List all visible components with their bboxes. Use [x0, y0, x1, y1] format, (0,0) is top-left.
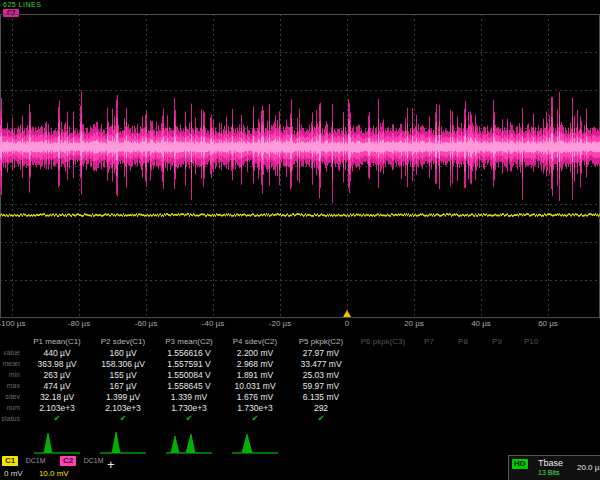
axis-label: -40 µs: [202, 319, 224, 328]
resolution-bits: 13 Bits: [538, 469, 559, 476]
meas-value: 474 µV: [24, 381, 90, 391]
meas-value: 292: [288, 403, 354, 413]
meas-value: 263 µV: [24, 370, 90, 380]
timebase-label: Tbase: [538, 458, 563, 468]
c2-tag[interactable]: C2: [60, 456, 76, 466]
meas-value: 1.556616 V: [156, 348, 222, 358]
c1-vertical-scale: 10.0 mV: [39, 469, 69, 478]
meas-value: 10.031 mV: [222, 381, 288, 391]
axis-label: 20 µs: [404, 319, 424, 328]
meas-header-p4[interactable]: P4 sdev(C2): [222, 337, 288, 346]
histicon-p3: [164, 430, 214, 454]
meas-header-p2[interactable]: P2 sdev(C1): [90, 337, 156, 346]
meas-value: 167 µV: [90, 381, 156, 391]
timebase-descriptor[interactable]: HD Tbase 13 Bits 20.0 µs: [508, 455, 600, 480]
meas-value: 160 µV: [90, 348, 156, 358]
meas-value: 2.200 mV: [222, 348, 288, 358]
meas-row-label: max: [0, 382, 24, 389]
axis-label: 60 µs: [538, 319, 558, 328]
meas-value: 155 µV: [90, 370, 156, 380]
axis-label-zero: 0: [345, 319, 349, 328]
axis-label: -100 µs: [0, 319, 25, 328]
meas-value: 1.550084 V: [156, 370, 222, 380]
meas-status-check: ✔: [222, 414, 288, 423]
meas-header-p3[interactable]: P3 mean(C2): [156, 337, 222, 346]
meas-header-p1[interactable]: P1 mean(C1): [24, 337, 90, 346]
timebase-scale: 20.0 µs: [577, 463, 600, 472]
meas-row-label: value: [0, 349, 24, 356]
meas-value: 1.557591 V: [156, 359, 222, 369]
trigger-lines-status: 625 LINES: [3, 1, 41, 8]
oscilloscope-screen: 625 LINES C2 -100 µs -80 µs -60 µs -40 µ…: [0, 0, 600, 480]
meas-value: 2.968 mV: [222, 359, 288, 369]
meas-value: 1.730e+3: [156, 403, 222, 413]
meas-header-p9[interactable]: P9: [480, 337, 514, 346]
c2-coupling: DC1M: [84, 457, 104, 464]
meas-value: 1.558645 V: [156, 381, 222, 391]
meas-status-check: ✔: [156, 414, 222, 423]
meas-header-p7[interactable]: P7: [412, 337, 446, 346]
meas-value: 440 µV: [24, 348, 90, 358]
meas-header-p10[interactable]: P10: [514, 337, 548, 346]
histicon-p4: [230, 430, 280, 454]
crosshair-marker[interactable]: +: [107, 458, 115, 471]
meas-value: 59.97 mV: [288, 381, 354, 391]
meas-value: 1.730e+3: [222, 403, 288, 413]
meas-status-check: ✔: [90, 414, 156, 423]
meas-status-check: ✔: [288, 414, 354, 423]
meas-row-label: min: [0, 371, 24, 378]
meas-row-label: status: [0, 415, 24, 422]
meas-header-p5[interactable]: P5 pkpk(C2): [288, 337, 354, 346]
meas-value: 1.399 µV: [90, 392, 156, 402]
time-axis: -100 µs -80 µs -60 µs -40 µs -20 µs 0 20…: [0, 318, 600, 331]
c1-coupling: DC1M: [26, 457, 46, 464]
meas-value: 1.676 mV: [222, 392, 288, 402]
waveform-canvas[interactable]: [0, 14, 600, 318]
meas-row-label: mean: [0, 360, 24, 367]
axis-label: -80 µs: [68, 319, 90, 328]
axis-label: 40 µs: [471, 319, 491, 328]
meas-header-p6[interactable]: P6 pkpk(C3): [354, 337, 412, 346]
c1-offset: 0 mV: [4, 469, 23, 478]
meas-value: 158.306 µV: [90, 359, 156, 369]
meas-row-label: sdev: [0, 393, 24, 400]
meas-value: 363.98 µV: [24, 359, 90, 369]
meas-value: 25.03 mV: [288, 370, 354, 380]
meas-status-check: ✔: [24, 414, 90, 423]
c1-tag[interactable]: C1: [2, 456, 18, 466]
meas-value: 1.339 mV: [156, 392, 222, 402]
meas-value: 33.477 mV: [288, 359, 354, 369]
meas-header-p8[interactable]: P8: [446, 337, 480, 346]
meas-row-label: num: [0, 404, 24, 411]
axis-label: -20 µs: [269, 319, 291, 328]
c1-settings: 0 mV 10.0 mV: [4, 469, 69, 478]
meas-value: 32.18 µV: [24, 392, 90, 402]
measurement-table: P1 mean(C1) P2 sdev(C1) P3 mean(C2) P4 s…: [0, 336, 600, 424]
meas-value: 1.891 mV: [222, 370, 288, 380]
hd-badge: HD: [512, 459, 528, 469]
axis-label: -60 µs: [135, 319, 157, 328]
meas-value: 2.103e+3: [90, 403, 156, 413]
histicon-p1: [32, 430, 82, 454]
meas-value: 6.135 mV: [288, 392, 354, 402]
histicon-p2: [98, 430, 148, 454]
meas-value: 2.103e+3: [24, 403, 90, 413]
meas-value: 27.97 mV: [288, 348, 354, 358]
graticule[interactable]: [0, 14, 600, 318]
